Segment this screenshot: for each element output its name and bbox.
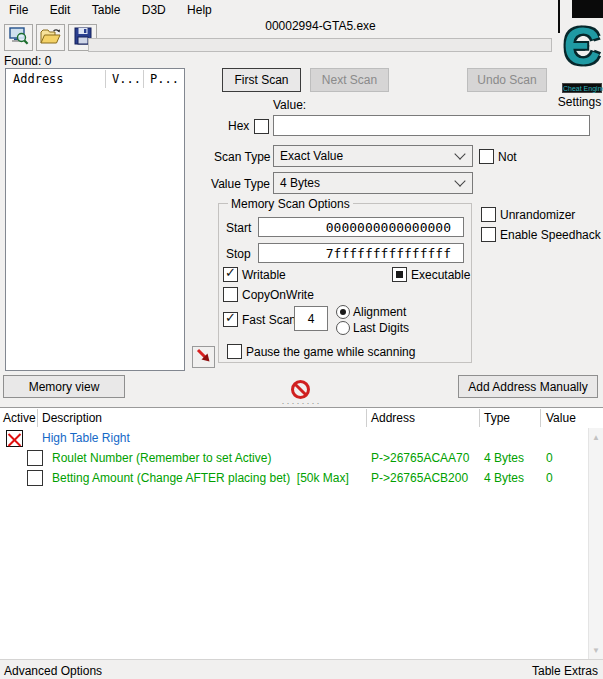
value-type-value: 4 Bytes xyxy=(280,176,320,190)
unrandomizer-checkbox[interactable] xyxy=(481,207,496,222)
active-checkbox[interactable] xyxy=(27,470,43,486)
executable-checkbox[interactable] xyxy=(392,267,407,282)
column-separator xyxy=(479,409,480,427)
menu-edit[interactable]: Edit xyxy=(41,0,80,20)
row-address: P->26765ACAA70 xyxy=(371,451,469,465)
enable-speedhack-checkbox[interactable] xyxy=(481,227,496,242)
add-address-manually-button[interactable]: Add Address Manually xyxy=(458,375,598,398)
scroll-up-icon[interactable]: ▲ xyxy=(589,430,603,444)
found-col-previous[interactable]: P... xyxy=(150,72,179,86)
memory-view-button[interactable]: Memory view xyxy=(3,375,125,398)
found-list[interactable]: Address V... P... xyxy=(5,68,185,371)
table-row[interactable]: Betting Amount (Change AFTER placing bet… xyxy=(0,469,588,489)
last-digits-radio[interactable] xyxy=(336,321,350,335)
value-type-label: Value Type xyxy=(208,177,270,191)
value-input[interactable] xyxy=(273,115,590,136)
pause-game-label: Pause the game while scanning xyxy=(246,345,415,359)
chevron-down-icon xyxy=(454,175,465,186)
menu-help[interactable]: Help xyxy=(178,0,221,20)
no-entry-icon xyxy=(291,380,310,399)
settings-label: Settings xyxy=(556,95,603,109)
settings-logo-button[interactable]: Є Cheat Engine Settings xyxy=(556,20,603,112)
menu-file[interactable]: File xyxy=(0,0,37,20)
row-description: Betting Amount (Change AFTER placing bet… xyxy=(52,471,349,485)
row-type: 4 Bytes xyxy=(484,451,524,465)
found-col-address[interactable]: Address xyxy=(13,72,64,86)
menu-d3d[interactable]: D3D xyxy=(133,0,175,20)
alignment-label: Alignment xyxy=(353,305,406,319)
fast-scan-checkbox[interactable] xyxy=(223,312,238,327)
row-type: 4 Bytes xyxy=(484,471,524,485)
cheat-engine-banner: Cheat Engine xyxy=(562,83,602,93)
copyonwrite-label: CopyOnWrite xyxy=(242,288,314,302)
row-value: 0 xyxy=(546,471,553,485)
fast-scan-alignment-input[interactable] xyxy=(294,306,328,331)
row-value: 0 xyxy=(546,451,553,465)
stop-address-input[interactable] xyxy=(258,243,464,263)
pause-game-checkbox[interactable] xyxy=(227,344,242,359)
header-active[interactable]: Active xyxy=(3,411,36,425)
open-table-button[interactable] xyxy=(36,24,65,51)
executable-label: Executable xyxy=(411,268,470,282)
select-process-icon xyxy=(9,27,29,49)
cheat-engine-window: File Edit Table D3D Help xyxy=(0,0,603,679)
red-arrow-icon xyxy=(196,348,211,366)
scan-pointer-button[interactable] xyxy=(192,346,215,368)
found-col-value[interactable]: V... xyxy=(112,72,141,86)
copyonwrite-checkbox[interactable] xyxy=(223,287,238,302)
cheat-table-header: Active Description Address Type Value xyxy=(0,408,603,428)
not-label: Not xyxy=(498,150,517,164)
enable-speedhack-label: Enable Speedhack xyxy=(500,228,601,242)
alignment-radio[interactable] xyxy=(336,305,350,319)
cheat-engine-logo-icon: Є xyxy=(560,16,603,76)
writable-checkbox[interactable] xyxy=(223,267,238,282)
header-value[interactable]: Value xyxy=(546,411,576,425)
unrandomizer-label: Unrandomizer xyxy=(500,208,575,222)
splitter-handle[interactable]: ········ xyxy=(0,400,603,407)
column-separator xyxy=(105,70,106,88)
menu-bar: File Edit Table D3D Help xyxy=(0,0,603,20)
value-label: Value: xyxy=(273,98,306,112)
found-count-label: Found: 0 xyxy=(4,54,51,68)
row-address: P->26765ACB200 xyxy=(371,471,468,485)
value-type-dropdown[interactable]: 4 Bytes xyxy=(273,172,473,194)
header-type[interactable]: Type xyxy=(484,411,510,425)
advanced-options-button[interactable]: Advanced Options xyxy=(4,664,102,678)
table-row-group[interactable]: High Table Right xyxy=(0,429,588,449)
menu-table[interactable]: Table xyxy=(83,0,130,20)
column-separator xyxy=(366,409,367,427)
table-row[interactable]: Roulet Number (Remember to set Active) P… xyxy=(0,449,588,469)
header-address[interactable]: Address xyxy=(371,411,415,425)
status-bar: Advanced Options Table Extras xyxy=(0,659,603,679)
writable-label: Writable xyxy=(242,268,286,282)
hex-label: Hex xyxy=(228,119,249,133)
next-scan-button: Next Scan xyxy=(310,68,389,92)
process-title: 00002994-GTA5.exe xyxy=(88,19,553,33)
table-scrollbar[interactable]: ▲ ▼ xyxy=(588,428,603,659)
stop-label: Stop xyxy=(226,247,251,261)
first-scan-button[interactable]: First Scan xyxy=(222,68,301,92)
scroll-down-icon[interactable]: ▼ xyxy=(589,643,603,657)
cheat-table[interactable]: Active Description Address Type Value Hi… xyxy=(0,407,603,659)
open-folder-icon xyxy=(40,28,61,48)
start-address-input[interactable] xyxy=(258,217,464,237)
found-list-header: Address V... P... xyxy=(6,69,184,89)
scan-type-dropdown[interactable]: Exact Value xyxy=(273,145,473,167)
row-description: High Table Right xyxy=(42,431,130,445)
hex-checkbox[interactable] xyxy=(254,119,269,134)
active-checkbox[interactable] xyxy=(6,430,23,447)
scan-type-label: Scan Type xyxy=(214,150,270,164)
last-digits-label: Last Digits xyxy=(353,321,409,335)
table-extras-button[interactable]: Table Extras xyxy=(532,664,598,678)
undo-scan-button: Undo Scan xyxy=(467,68,547,92)
active-checkbox[interactable] xyxy=(27,450,43,466)
column-separator xyxy=(540,409,541,427)
column-separator xyxy=(37,409,38,427)
start-label: Start xyxy=(226,221,251,235)
scan-progress-bar xyxy=(88,38,552,52)
not-checkbox[interactable] xyxy=(479,149,494,164)
select-process-button[interactable] xyxy=(4,24,33,51)
header-description[interactable]: Description xyxy=(42,411,102,425)
fast-scan-label: Fast Scan xyxy=(242,313,296,327)
memory-scan-options-title: Memory Scan Options xyxy=(228,197,353,211)
